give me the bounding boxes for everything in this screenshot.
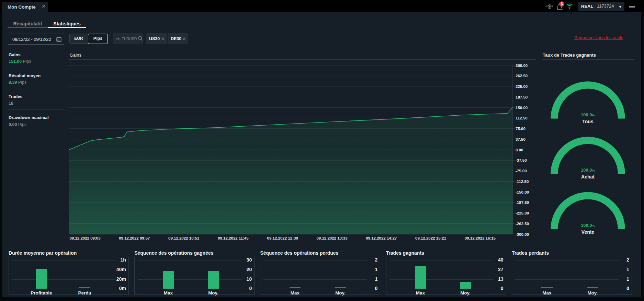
svg-text:09.12.2022 13:33: 09.12.2022 13:33 [316, 236, 347, 240]
svg-text:-225.00: -225.00 [516, 211, 529, 215]
svg-text:187.50: 187.50 [516, 95, 528, 99]
svg-text:09.12.2022 12:39: 09.12.2022 12:39 [267, 236, 298, 240]
svg-text:0.00: 0.00 [516, 148, 523, 152]
svg-text:-112.50: -112.50 [516, 180, 529, 184]
svg-text:09.12.2022 09:03: 09.12.2022 09:03 [69, 236, 100, 240]
svg-text:09.12.2022 11:45: 09.12.2022 11:45 [218, 236, 249, 240]
svg-text:100.0%: 100.0% [581, 167, 595, 173]
svg-text:09.12.2022 10:51: 09.12.2022 10:51 [168, 236, 200, 240]
svg-text:-37.50: -37.50 [516, 158, 527, 162]
svg-text:-75.00: -75.00 [516, 169, 527, 173]
svg-text:100.0%: 100.0% [581, 223, 595, 228]
svg-text:$: $ [548, 3, 551, 10]
svg-text:150.00: 150.00 [516, 106, 528, 110]
svg-text:6: 6 [561, 2, 563, 7]
svg-text:225.00: 225.00 [516, 84, 528, 89]
svg-text:Achat: Achat [581, 174, 595, 180]
svg-text:-187.50: -187.50 [516, 200, 529, 205]
svg-text:37.50: 37.50 [516, 137, 526, 141]
svg-text:-300.00: -300.00 [516, 232, 529, 236]
svg-text:262.50: 262.50 [516, 74, 528, 78]
svg-text:09.12.2022 14:27: 09.12.2022 14:27 [366, 236, 397, 240]
svg-text:09.12.2022 09:57: 09.12.2022 09:57 [119, 236, 150, 240]
svg-text:100.0%: 100.0% [581, 112, 595, 117]
svg-text:Tous: Tous [582, 119, 594, 124]
svg-text:09.12.2022 16:15: 09.12.2022 16:15 [465, 236, 496, 240]
svg-text:-150.00: -150.00 [516, 190, 529, 194]
svg-text:112.50: 112.50 [516, 116, 528, 120]
svg-text:300.00: 300.00 [516, 63, 528, 68]
svg-text:75.00: 75.00 [516, 127, 526, 131]
svg-text:-262.50: -262.50 [516, 222, 529, 226]
svg-text:09.12.2022 15:21: 09.12.2022 15:21 [415, 236, 447, 240]
svg-text:Vente: Vente [581, 229, 595, 235]
